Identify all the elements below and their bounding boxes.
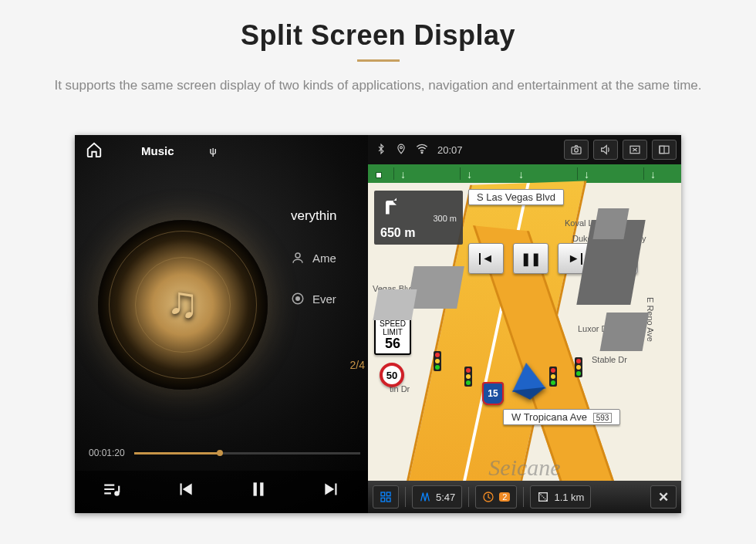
speed-limit-value: 56: [376, 336, 410, 352]
svg-rect-19: [539, 493, 548, 502]
svg-point-10: [575, 148, 579, 152]
location-icon: [396, 144, 407, 157]
track-title: verythin: [291, 208, 337, 224]
nav-prev-button[interactable]: |◄: [468, 243, 504, 274]
menu-button[interactable]: [373, 485, 399, 509]
eta-button[interactable]: 5:47: [412, 485, 462, 509]
nav-close-button[interactable]: ✕: [650, 485, 677, 509]
artist-icon: [291, 251, 305, 265]
track-index: 2/4: [350, 359, 365, 371]
nav-pause-button[interactable]: ❚❚: [513, 243, 548, 274]
detour-button[interactable]: 2: [475, 485, 517, 509]
progress-area: 00:01:20: [89, 448, 360, 458]
volume-button[interactable]: [593, 140, 618, 160]
turn-instruction: 300 m 650 m: [374, 191, 463, 245]
title-underline: [357, 59, 400, 62]
artist-name: Ame: [312, 252, 336, 265]
progress-bar[interactable]: [134, 452, 360, 454]
detour-badge: 2: [499, 492, 510, 502]
distance-remaining: 1.1 km: [554, 492, 584, 503]
music-note-icon: ♫: [167, 277, 199, 327]
usb-icon: ψ: [210, 145, 217, 157]
street-label-bottom: W Tropicana Ave 593: [503, 409, 620, 425]
navigation-pane: 20:07 ↓ ↓↓ ↓ ↓: [368, 135, 681, 513]
svg-rect-13: [660, 146, 664, 153]
status-time: 20:07: [437, 144, 463, 156]
music-controls: [75, 471, 368, 513]
interstate-shield: 15: [482, 382, 504, 405]
bluetooth-icon: [376, 144, 386, 157]
traffic-light-icon: [575, 357, 582, 377]
track-info: verythin Ame Ever: [291, 208, 364, 333]
traffic-light-icon: [434, 351, 441, 371]
time-elapsed: 00:01:20: [89, 448, 125, 458]
playlist-icon[interactable]: [102, 479, 122, 505]
album-name: Ever: [312, 292, 336, 306]
street-stable: Stable Dr: [592, 355, 627, 364]
next-track-icon[interactable]: [322, 479, 342, 505]
album-art: ♫: [98, 220, 268, 390]
close-app-button[interactable]: [623, 140, 647, 160]
nav-bottom-bar: 5:47 2 1.1 km ✕: [368, 481, 681, 513]
svg-rect-6: [260, 482, 263, 495]
traffic-light-icon: [549, 367, 557, 387]
svg-point-2: [296, 297, 300, 301]
street-label-top: S Las Vegas Blvd: [468, 189, 564, 205]
lane-assist-bar: ↓ ↓↓ ↓ ↓: [368, 164, 681, 183]
svg-rect-5: [253, 482, 256, 495]
turn-distance-total: 650 m: [380, 226, 457, 240]
svg-rect-16: [381, 498, 385, 502]
traffic-light-icon: [464, 367, 472, 387]
speed-limit-sign: SPEED LIMIT 56: [374, 316, 411, 355]
music-pane: Music ψ ♫ verythin Ame Ever 2/4 00:01:20: [75, 135, 368, 513]
svg-point-7: [400, 146, 403, 148]
svg-rect-15: [386, 492, 390, 496]
turn-distance-next: 300 m: [380, 214, 457, 223]
street-bottom-num: 593: [593, 413, 613, 423]
distance-button[interactable]: 1.1 km: [530, 485, 591, 509]
splitscreen-button[interactable]: [652, 140, 677, 160]
music-label: Music: [141, 144, 174, 157]
prev-track-icon[interactable]: [175, 479, 195, 505]
svg-point-8: [421, 151, 423, 153]
street-tin: tin Dr: [390, 384, 410, 394]
page-description: It supports the same screen display of t…: [31, 76, 725, 96]
svg-rect-14: [381, 492, 385, 496]
street-bottom-name: W Tropicana Ave: [511, 411, 587, 423]
eta-time: 5:47: [436, 492, 455, 503]
pause-icon[interactable]: [248, 479, 268, 505]
page-title: Split Screen Display: [0, 19, 756, 52]
camera-button[interactable]: [564, 140, 589, 160]
home-icon[interactable]: [86, 141, 103, 160]
svg-rect-17: [386, 498, 390, 502]
vehicle-pointer-icon: [509, 361, 546, 392]
split-screen-device: Music ψ ♫ verythin Ame Ever 2/4 00:01:20: [75, 135, 681, 513]
svg-rect-4: [118, 486, 120, 493]
album-icon: [291, 292, 305, 306]
status-bar: 20:07: [368, 135, 681, 164]
speed-limit-label-top: SPEED: [376, 319, 410, 328]
music-topbar: Music ψ: [75, 135, 368, 166]
svg-point-0: [295, 253, 300, 258]
wifi-icon: [416, 143, 428, 157]
